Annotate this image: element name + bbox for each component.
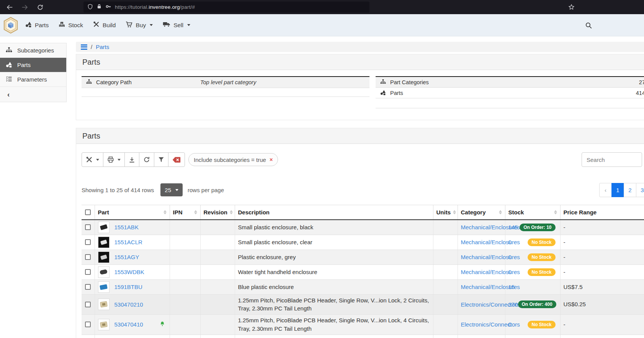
price-range: US$0.25 — [564, 300, 610, 309]
download-button[interactable] — [124, 152, 139, 167]
pagination-page-2[interactable]: 2 — [624, 183, 636, 197]
part-thumbnail[interactable] — [98, 281, 110, 293]
category-path-label: Category Path — [96, 79, 132, 85]
part-thumbnail[interactable] — [98, 251, 110, 263]
table-toolbar: Include subcategories = true × — [82, 152, 644, 167]
row-checkbox[interactable] — [85, 254, 91, 260]
print-dropdown-button[interactable] — [103, 152, 125, 167]
part-thumbnail[interactable] — [98, 319, 110, 330]
sidebar-item-parameters[interactable]: Parameters — [0, 72, 66, 87]
actions-dropdown-button[interactable] — [82, 152, 103, 167]
remove-filter-icon[interactable]: × — [270, 157, 273, 163]
refresh-button[interactable] — [139, 152, 154, 167]
url-bar[interactable]: https://tutorial.inventree.org/part/# — [83, 2, 369, 13]
sort-icon[interactable] — [227, 210, 233, 214]
sidebar-item-subcategories[interactable]: Subcategories — [0, 43, 66, 58]
part-link[interactable]: 1591BTBU — [114, 284, 142, 290]
sidebar: Subcategories Parts Parameters ‹ — [0, 43, 67, 102]
clear-filters-button[interactable] — [168, 152, 185, 167]
menu-icon[interactable] — [81, 44, 87, 50]
forward-icon[interactable] — [21, 4, 28, 11]
part-description: 1.25mm Pitch, PicoBlade PCB Header, Sing… — [238, 296, 430, 313]
filter-button[interactable] — [154, 152, 168, 167]
table-row[interactable]: 1551ABK Small plastic enclosure, black M… — [82, 220, 644, 235]
parts-table-panel: Parts — [76, 128, 644, 338]
price-range: - — [564, 320, 610, 329]
row-checkbox[interactable] — [85, 269, 91, 275]
table-row[interactable]: 530470210 1.25mm Pitch, PicoBlade PCB He… — [82, 294, 644, 315]
row-checkbox[interactable] — [85, 239, 91, 245]
sidebar-collapse-button[interactable]: ‹ — [0, 87, 66, 102]
pagination-page-1[interactable]: 1 — [611, 183, 624, 197]
table-row[interactable]: 1591BTBU Blue plastic enclosure Mechanic… — [82, 279, 644, 294]
sort-icon[interactable] — [161, 210, 167, 214]
sitemap-icon — [86, 79, 92, 86]
app-navbar: Parts Stock Build Buy Sell — [0, 14, 644, 36]
nav-item-build[interactable]: Build — [93, 21, 116, 29]
part-link[interactable]: 530470210 — [114, 301, 143, 308]
status-badge: No Stock — [528, 238, 555, 246]
stock-link[interactable]: 370 — [508, 301, 518, 308]
list-info-row: Showing 1 to 25 of 414 rows 25 rows per … — [82, 183, 644, 197]
part-thumbnail[interactable] — [98, 222, 110, 233]
reload-icon[interactable] — [37, 4, 44, 11]
showing-rows-text: Showing 1 to 25 of 414 rows — [82, 187, 154, 193]
back-icon[interactable] — [6, 4, 13, 11]
part-link[interactable]: 530470410 — [114, 321, 143, 328]
row-checkbox[interactable] — [85, 302, 91, 307]
chevron-left-icon: ‹ — [7, 90, 10, 99]
chevron-down-icon — [187, 24, 190, 26]
row-checkbox[interactable] — [85, 284, 91, 290]
sidebar-item-parts[interactable]: Parts — [0, 58, 66, 72]
stock-link[interactable]: 145 — [508, 224, 518, 230]
shapes-icon — [380, 90, 386, 96]
sort-icon[interactable] — [192, 210, 197, 214]
stock-link[interactable]: 0 — [508, 269, 512, 275]
part-link[interactable]: 1551AGY — [114, 254, 139, 260]
nav-item-stock[interactable]: Stock — [59, 21, 83, 29]
pagination-page-3[interactable]: 3 — [636, 183, 644, 197]
nav-item-sell[interactable]: Sell — [163, 21, 190, 29]
nav-label: Stock — [68, 22, 83, 29]
part-thumbnail[interactable] — [98, 299, 110, 310]
row-checkbox[interactable] — [85, 224, 91, 230]
chevron-down-icon — [175, 189, 178, 191]
select-all-checkbox[interactable] — [85, 209, 91, 215]
part-link[interactable]: 1551ABK — [114, 224, 139, 230]
part-description: Small plastic enclosure, clear — [238, 238, 430, 247]
sort-icon[interactable] — [451, 210, 456, 214]
row-checkbox[interactable] — [85, 322, 91, 327]
stock-link[interactable]: 0 — [508, 254, 512, 260]
table-row[interactable]: 1553WDBK Water tight handheld enclosure … — [82, 265, 644, 279]
boxes-icon — [59, 21, 65, 29]
stock-link[interactable]: 0 — [508, 239, 512, 245]
breadcrumb-link-parts[interactable]: Parts — [96, 44, 109, 50]
part-link[interactable]: 1553WDBK — [114, 269, 144, 275]
key-icon[interactable] — [105, 3, 111, 11]
part-link[interactable]: 1551ACLR — [114, 239, 142, 245]
table-row[interactable]: 530470410 1.25mm Pitch, PicoBlade PCB He… — [82, 315, 644, 335]
table-row[interactable]: 1551AGY Plastic enclosure, grey Mechanic… — [82, 250, 644, 265]
pagination-prev[interactable]: ‹ — [599, 183, 612, 197]
list-check-icon — [6, 76, 12, 83]
sort-icon[interactable] — [497, 210, 502, 214]
page-size-dropdown[interactable]: 25 — [160, 183, 183, 196]
bookmark-star-icon[interactable] — [568, 4, 575, 11]
part-thumbnail[interactable] — [98, 266, 110, 278]
search-icon[interactable] — [585, 22, 592, 30]
shield-icon[interactable] — [87, 4, 93, 11]
inventree-logo[interactable] — [3, 17, 18, 34]
stock-link[interactable]: 15 — [508, 284, 515, 290]
nav-item-buy[interactable]: Buy — [126, 21, 153, 29]
lock-icon[interactable] — [96, 4, 102, 10]
stock-link[interactable]: 0 — [508, 321, 512, 328]
stat-value: 27 — [639, 79, 644, 85]
table-header-row: Part IPN Revision Description Units Cate… — [82, 205, 644, 220]
sort-icon[interactable] — [552, 210, 557, 214]
nav-item-parts[interactable]: Parts — [25, 21, 49, 29]
part-thumbnail[interactable] — [98, 237, 110, 248]
table-row[interactable]: Blue Chair$ A chair - with blue paint Fu… — [82, 335, 644, 338]
search-input[interactable] — [582, 152, 642, 167]
table-row[interactable]: 1551ACLR Small plastic enclosure, clear … — [82, 235, 644, 250]
status-badge: On Order: 400 — [518, 300, 556, 308]
